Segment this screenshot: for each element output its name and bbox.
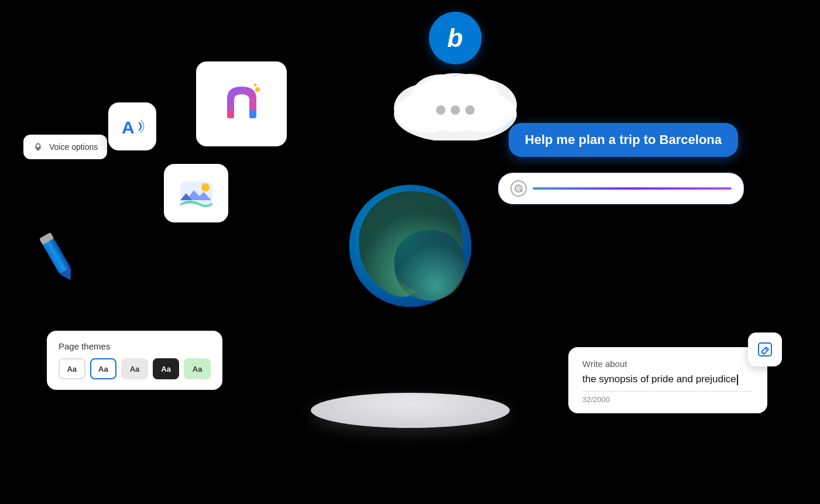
display-pedestal (311, 393, 510, 428)
bing-icon: b (429, 12, 482, 64)
write-about-card: Write about the synopsis of pride and pr… (568, 347, 767, 413)
message-icon (510, 180, 527, 197)
edit-icon-button[interactable] (748, 332, 782, 366)
svg-point-8 (465, 105, 475, 115)
main-scene: b Help me plan a trip to Barcelona (0, 0, 820, 504)
font-icon-svg: A (118, 112, 146, 140)
svg-rect-19 (227, 110, 234, 118)
write-content-text: the synopsis of pride and prejudice (582, 373, 736, 385)
write-about-label: Write about (582, 359, 753, 369)
barcelona-text: Help me plan a trip to Barcelona (525, 132, 722, 147)
edge-logo-svg (346, 181, 475, 310)
chat-cloud-svg (391, 70, 520, 140)
character-counter: 32/2000 (582, 395, 753, 404)
magnet-icon-card (196, 61, 287, 146)
bing-letter: b (447, 25, 463, 51)
svg-rect-12 (759, 343, 771, 356)
chat-icon (514, 184, 523, 193)
voice-options-text: Voice options (49, 142, 98, 152)
svg-point-15 (36, 144, 40, 148)
theme-dark-button[interactable]: Aa (153, 358, 180, 379)
theme-gray-button[interactable]: Aa (121, 358, 148, 379)
image-creator-icon-card (164, 164, 228, 222)
bing-chat-area: b (391, 12, 520, 140)
blue-pencil-icon (23, 225, 94, 284)
svg-point-10 (517, 187, 520, 190)
compose-icon (757, 341, 773, 358)
svg-point-22 (253, 83, 256, 86)
text-cursor (737, 375, 738, 385)
svg-text:A: A (122, 118, 135, 137)
page-themes-card: Page themes Aa Aa Aa Aa Aa (47, 331, 222, 390)
svg-point-7 (451, 105, 460, 115)
font-icon-card: A (108, 102, 156, 150)
image-creator-svg (177, 176, 215, 211)
theme-white-button[interactable]: Aa (59, 358, 85, 379)
write-about-content: the synopsis of pride and prejudice (582, 373, 753, 392)
svg-point-26 (201, 183, 210, 191)
voice-options-bubble[interactable]: Voice options (23, 135, 107, 159)
magnet-icon-svg (215, 78, 268, 131)
pencil-svg (23, 225, 94, 284)
themes-title: Page themes (59, 341, 211, 351)
bing-search-bar[interactable] (498, 173, 744, 204)
barcelona-chat-message: Help me plan a trip to Barcelona (509, 123, 738, 157)
theme-green-button[interactable]: Aa (184, 358, 211, 379)
microphone-icon (33, 142, 43, 152)
search-bar-gradient (533, 187, 732, 190)
edge-logo (346, 181, 475, 310)
theme-active-button[interactable]: Aa (90, 358, 117, 379)
svg-point-21 (255, 87, 260, 92)
svg-rect-20 (249, 110, 256, 118)
svg-point-6 (436, 105, 445, 115)
themes-options-group: Aa Aa Aa Aa Aa (59, 358, 211, 379)
